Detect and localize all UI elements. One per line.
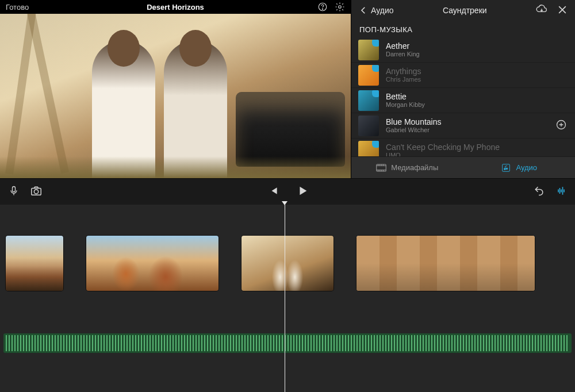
svg-point-2 <box>339 6 342 9</box>
track-artist: Morgan Kibby <box>386 101 568 109</box>
play-icon[interactable] <box>296 185 309 199</box>
download-all-icon[interactable] <box>536 4 547 17</box>
timeline[interactable]: ▷◁ ▷◁ ▷◁ <box>0 205 575 392</box>
settings-icon[interactable] <box>335 2 345 12</box>
cloud-badge-icon <box>372 141 379 148</box>
back-button[interactable]: Аудио <box>358 5 394 16</box>
back-label: Аудио <box>371 6 394 15</box>
video-lane[interactable]: ▷◁ ▷◁ ▷◁ <box>0 232 575 294</box>
track-row[interactable]: BettieMorgan Kibby <box>351 88 575 113</box>
undo-icon[interactable] <box>534 185 545 199</box>
clip[interactable]: ▷◁ <box>356 236 535 291</box>
track-row[interactable]: AnythingsChris James <box>351 63 575 88</box>
help-icon[interactable] <box>317 2 328 12</box>
done-button[interactable]: Готово <box>6 3 29 11</box>
track-title: Blue Mountains <box>386 117 547 126</box>
track-row[interactable]: Can't Keep Checking My PhoneUMO <box>351 139 575 156</box>
clip[interactable]: ▷◁ <box>241 236 334 291</box>
cloud-badge-icon <box>372 90 379 97</box>
tab-media[interactable]: Медиафайлы <box>351 157 463 178</box>
preview-pane: Готово Desert Horizons <box>0 0 351 178</box>
panel-title: Саундтреки <box>443 6 487 15</box>
panel-footer-tabs: Медиафайлы Аудио <box>351 156 575 178</box>
preview-header: Готово Desert Horizons <box>0 0 351 14</box>
track-thumb <box>358 116 379 136</box>
audio-panel-header: Аудио Саундтреки <box>351 0 575 21</box>
close-icon[interactable] <box>557 4 568 17</box>
track-artist: UMO <box>386 152 568 156</box>
track-thumb <box>358 40 379 60</box>
prev-icon[interactable] <box>267 185 279 199</box>
track-list: AetherDarren KingAnythingsChris JamesBet… <box>351 37 575 156</box>
svg-point-1 <box>322 9 323 9</box>
svg-rect-8 <box>13 186 16 191</box>
track-thumb <box>358 90 379 111</box>
clip[interactable]: ▷◁ <box>86 236 218 291</box>
track-thumb <box>358 141 379 157</box>
svg-point-10 <box>34 189 38 193</box>
video-preview[interactable] <box>0 14 351 178</box>
add-track-button[interactable] <box>554 119 568 133</box>
audio-panel: Аудио Саундтреки ПОП-МУЗЫКА AetherDarren… <box>351 0 575 178</box>
transport-bar <box>0 178 575 205</box>
audio-lane[interactable] <box>3 333 572 353</box>
svg-rect-5 <box>503 164 510 171</box>
track-title: Can't Keep Checking My Phone <box>386 143 568 152</box>
section-title: ПОП-МУЗЫКА <box>351 21 575 37</box>
track-title: Bettie <box>386 92 568 101</box>
track-title: Aether <box>386 41 568 51</box>
voiceover-icon[interactable] <box>8 185 20 199</box>
track-row[interactable]: Blue MountainsGabriel Witcher <box>351 113 575 139</box>
track-title: Anythings <box>386 67 568 76</box>
cloud-badge-icon <box>372 40 379 47</box>
playhead[interactable] <box>285 205 285 392</box>
tab-audio-label: Аудио <box>516 163 537 172</box>
track-artist: Gabriel Witcher <box>386 126 547 134</box>
track-artist: Chris James <box>386 76 568 83</box>
track-row[interactable]: AetherDarren King <box>351 37 575 63</box>
camera-icon[interactable] <box>30 185 43 199</box>
clip[interactable] <box>6 236 63 291</box>
tab-audio[interactable]: Аудио <box>463 157 576 178</box>
tab-media-label: Медиафайлы <box>391 163 438 172</box>
track-thumb <box>358 65 379 86</box>
waveform-icon[interactable] <box>555 185 567 199</box>
track-artist: Darren King <box>386 51 568 58</box>
svg-point-7 <box>506 168 508 170</box>
cloud-badge-icon <box>372 65 379 72</box>
svg-point-6 <box>504 168 506 170</box>
project-title: Desert Horizons <box>147 3 204 11</box>
